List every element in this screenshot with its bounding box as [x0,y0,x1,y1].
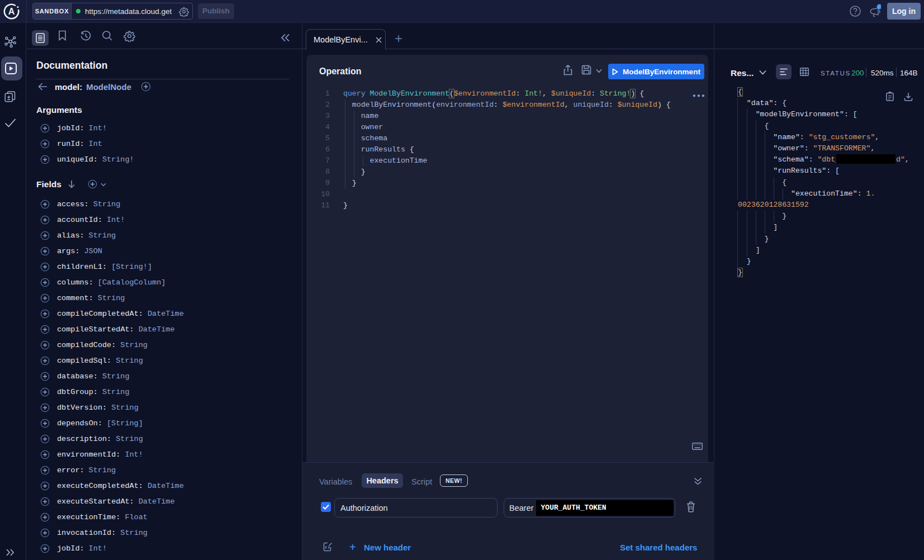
svg-text:A: A [8,7,15,16]
